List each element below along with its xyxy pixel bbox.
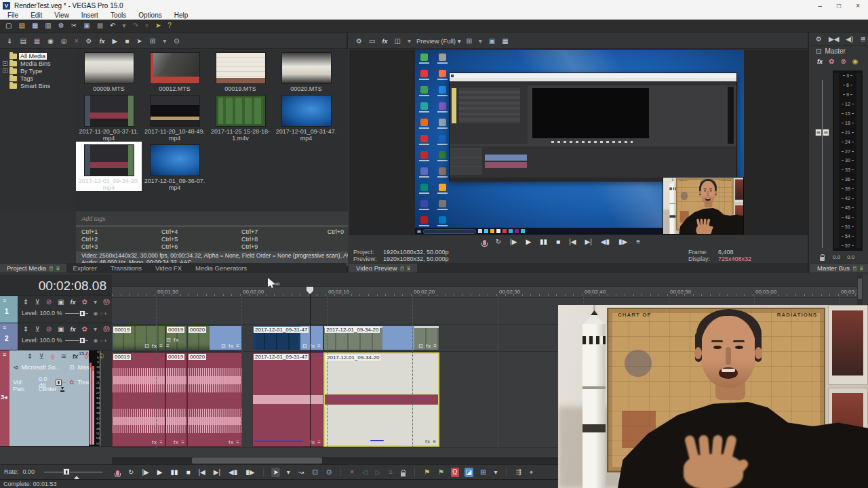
overlays-dropdown-icon[interactable]: ▾ — [477, 37, 484, 46]
track1-track-fx-icon[interactable]: fx — [69, 298, 77, 307]
preview-settings-icon[interactable]: ⚙ — [355, 37, 363, 46]
interactive-tutorials-icon[interactable]: ➤ — [154, 21, 162, 30]
transport-trim-end-icon[interactable]: ▷ — [374, 468, 382, 477]
track-header-3[interactable]: ⇕⊻≋fxⓂⓈ⊲Microsoft So...⊡MasterVol:0.0 dB… — [0, 350, 112, 447]
video-event[interactable]: 00019⊡ fx ≡ — [112, 325, 165, 350]
track3-track-envelope-icon[interactable]: ≋ — [60, 352, 68, 361]
media-item[interactable]: 2017-11-20_03-37-11.mp4 — [76, 92, 142, 142]
transport-edit-tool-dropdown-icon[interactable]: ▾ — [285, 468, 292, 477]
track2-track-fx-icon[interactable]: fx — [69, 325, 77, 334]
transport-next-frame-icon[interactable]: ▮▶ — [244, 468, 256, 477]
automation-icon[interactable]: ✿ — [69, 379, 75, 386]
marker-bar[interactable] — [112, 274, 863, 287]
transport-auto-ripple-icon[interactable]: ◪ — [465, 468, 473, 477]
transport-lock-event-icon[interactable] — [401, 472, 406, 476]
transport-event-detection-icon[interactable]: ⌖ — [528, 468, 535, 477]
mixer-properties-icon[interactable]: ⚙ — [814, 35, 823, 44]
menu-tools[interactable]: Tools — [106, 12, 131, 19]
save-project-icon[interactable]: ▦ — [31, 21, 39, 30]
video-event[interactable]: 00020⊡ fx ≡ — [187, 325, 242, 350]
sidebar-item-by-type[interactable]: +By Type — [3, 67, 76, 75]
level-slider[interactable]: ▮ — [65, 340, 88, 341]
preview-stop-icon[interactable]: ■ — [555, 237, 561, 247]
tab-explorer[interactable]: Explorer — [66, 264, 104, 272]
media-item[interactable]: 2017-12-01_09-31-47.mp4 — [273, 92, 339, 142]
transport-previous-frame-icon[interactable]: ◀▮ — [227, 468, 239, 477]
track1-mute-track-icon[interactable]: Ⓜ — [102, 298, 111, 307]
cut-icon[interactable]: ✂ — [70, 21, 78, 30]
transport-normal-edit-tool-icon[interactable]: ➤ — [271, 468, 279, 477]
views-icon[interactable]: ⊞ — [149, 37, 157, 46]
master-fader-right[interactable]: ⊟ — [823, 129, 829, 136]
redo-dropdown-icon[interactable]: ▾ — [144, 21, 150, 30]
audio-device-name[interactable]: Microsoft So... — [22, 364, 61, 371]
transport-enable-snapping-icon[interactable]: Ω — [451, 468, 458, 477]
sidebar-item-tags[interactable]: Tags — [3, 75, 76, 82]
audio-event[interactable]: 2017-12-01_09-31-47fx ≡ — [252, 352, 323, 447]
track2-automation-dropdown-icon[interactable]: ▾ — [92, 325, 98, 334]
media-item[interactable]: 2017-11-20_10-48-49.mp4 — [142, 92, 208, 142]
split-screen-dropdown-icon[interactable]: ▾ — [406, 37, 412, 46]
audio-event[interactable]: 00019fx ≡ — [112, 352, 165, 447]
transport-insert-region-icon[interactable]: ⚑ — [437, 468, 446, 477]
add-tags-input[interactable]: Add tags — [76, 211, 348, 226]
event-buttons[interactable]: fx ≡ — [425, 439, 437, 445]
timeline-time-display[interactable]: 00:02:08.08 — [0, 274, 112, 296]
track1-compositing-mode-icon[interactable]: ⊻ — [33, 298, 41, 307]
track2-compositing-mode-icon[interactable]: ⊻ — [33, 325, 41, 334]
track1-automation-settings-icon[interactable]: ✿ — [81, 298, 89, 307]
media-item[interactable]: 00019.MTS — [208, 49, 273, 92]
hscroll-thumb[interactable] — [192, 458, 322, 464]
menu-edit[interactable]: Edit — [26, 12, 47, 19]
master-fader-left[interactable]: ⊟ — [815, 129, 822, 136]
transport-loop-playback-icon[interactable]: ↻ — [127, 468, 135, 477]
preview-go-to-start-icon[interactable]: |◀ — [568, 237, 577, 247]
track3-arm-record-icon[interactable] — [51, 354, 54, 360]
preview-loop-playback-icon[interactable]: ↻ — [494, 237, 502, 247]
track2-bypass-motion-blur-icon[interactable]: ⊘ — [45, 325, 53, 334]
tab-close-icon[interactable]: × — [860, 266, 863, 272]
overlays-grid-icon[interactable]: ⊞ — [465, 37, 473, 46]
preview-preview-menu-icon[interactable]: ≡ — [635, 237, 642, 247]
preview-go-to-end-icon[interactable]: ▶| — [583, 237, 593, 247]
tab-restore-icon[interactable]: □ — [401, 266, 404, 272]
transport-go-to-start-icon[interactable]: |◀ — [197, 468, 206, 477]
import-media-icon[interactable]: ⇓ — [5, 37, 14, 46]
event-buttons[interactable]: ⊡ fx ≡ — [221, 343, 240, 349]
preview-record-icon[interactable] — [483, 240, 486, 245]
delete-icon[interactable]: × — [73, 37, 80, 46]
device-explorer-icon[interactable]: ▤ — [18, 37, 27, 46]
tab-video-fx[interactable]: Video FX — [149, 264, 189, 272]
track-header-1[interactable]: ≡1⇕⊻⊘▣fx✿▾ⓂⓈLevel: 100.0 %▮◉ ○ ◐ — [0, 296, 112, 323]
preview-pause-icon[interactable]: ▮▮ — [538, 237, 549, 247]
menu-insert[interactable]: Insert — [77, 12, 103, 19]
track-header-2[interactable]: ≡2⇕⊻⊘▣fx✿▾ⓂⓈLevel: 100.0 %▮◉ ○ ◐ — [0, 323, 112, 350]
track2-automation-settings-icon[interactable]: ✿ — [81, 325, 89, 334]
plugin-dither-icon[interactable]: ◉ — [851, 57, 860, 66]
sidebar-item-all-media[interactable]: All Media — [3, 52, 76, 60]
rate-slider[interactable]: ▮ — [44, 472, 102, 472]
get-photo-icon[interactable]: ◉ — [46, 37, 55, 46]
audio-event[interactable]: 00020fx ≡ — [187, 352, 242, 447]
track-menu-icon[interactable]: ≡ — [3, 324, 6, 331]
transport-record-icon[interactable] — [116, 470, 119, 476]
minimize-button[interactable]: – — [818, 2, 823, 9]
event-buttons[interactable]: ⊡ fx ≡ — [418, 343, 437, 349]
restore-button[interactable]: □ — [837, 2, 841, 9]
media-item[interactable]: 00020.MTS — [273, 49, 339, 92]
tab-master-bus[interactable]: Master Bus□× — [810, 264, 868, 272]
paste-icon[interactable]: ▩ — [96, 21, 104, 30]
tab-close-icon[interactable]: × — [407, 266, 410, 272]
undo-icon[interactable]: ↶ — [108, 21, 117, 30]
views-dropdown-icon[interactable]: ▾ — [161, 37, 167, 46]
transport-trim-start-icon[interactable]: ◁ — [361, 468, 369, 477]
preview-play-from-start-icon[interactable]: |▶ — [509, 237, 518, 247]
downmix-output-icon[interactable]: ▶◀ — [827, 35, 840, 44]
menu-file[interactable]: File — [3, 12, 23, 19]
tab-project-media[interactable]: Project Media□× — [0, 264, 66, 272]
tab-restore-icon[interactable]: □ — [853, 266, 856, 272]
menu-view[interactable]: View — [50, 12, 74, 19]
transport-selection-edit-tool-icon[interactable]: ⊡ — [311, 468, 319, 477]
transport-marker-tool-dropdown-icon[interactable]: ▾ — [492, 468, 498, 477]
whats-this-help-icon[interactable]: ? — [166, 21, 173, 30]
